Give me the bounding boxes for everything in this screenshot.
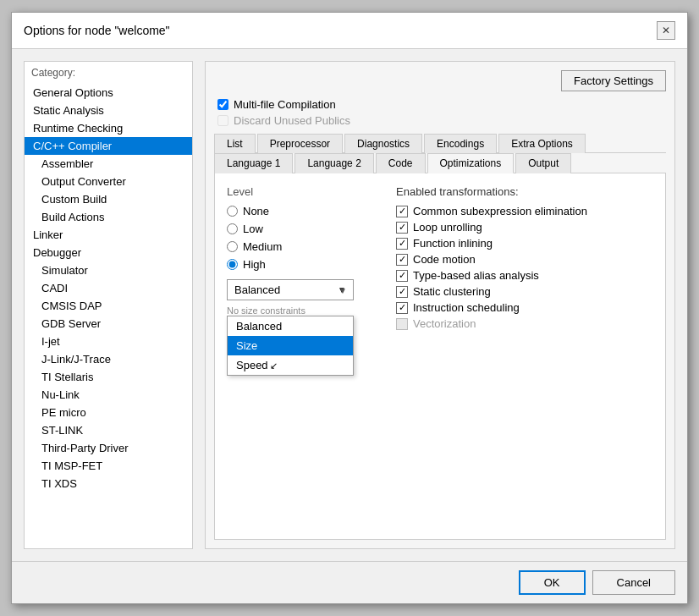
trans-type-based-alias: Type-based alias analysis [396,269,653,282]
cursor-icon: ↙ [270,360,278,371]
dropdown-selected[interactable]: Balanced ▼ [227,279,354,300]
discard-unused-checkbox [217,115,228,126]
level-dropdown-container: Balanced ▼ Balanced Size Speed↙ No size … [227,279,379,316]
sidebar-item-st-link[interactable]: ST-LINK [25,421,192,439]
dialog-footer: OK Cancel [12,561,687,603]
tab-optimizations[interactable]: Optimizations [427,153,515,173]
sidebar-item-build-actions[interactable]: Build Actions [25,208,192,226]
discard-unused-label: Discard Unused Publics [217,114,666,127]
trans-checkbox-inlining[interactable] [396,238,408,250]
title-bar: Options for node "welcome" ✕ [12,13,687,49]
dropdown-option-balanced[interactable]: Balanced [228,316,353,336]
tab-diagnostics[interactable]: Diagnostics [344,134,422,153]
tab-encodings[interactable]: Encodings [424,134,497,153]
level-section: Level None Low [227,185,379,527]
sidebar-item-gdb-server[interactable]: GDB Server [25,315,192,333]
tab-preprocessor[interactable]: Preprocessor [257,134,343,153]
sidebar-item-nu-link[interactable]: Nu-Link [25,386,192,404]
cancel-button[interactable]: Cancel [592,570,675,595]
dialog-body: Category: General Options Static Analysi… [12,49,687,561]
transformations-section: Enabled transformations: Common subexpre… [396,185,653,527]
ok-button[interactable]: OK [519,570,586,595]
level-low[interactable]: Low [227,223,379,235]
tabs-section: List Preprocessor Diagnostics Encodings … [214,134,666,540]
sidebar-item-static-analysis[interactable]: Static Analysis [25,102,192,119]
sidebar-item-runtime-checking[interactable]: Runtime Checking [25,119,192,137]
sidebar-item-debugger[interactable]: Debugger [25,244,192,261]
content-area: Factory Settings Multi-file Compilation … [205,61,675,549]
trans-checkbox-cse[interactable] [396,206,408,217]
tab-content-optimizations: Level None Low [214,173,666,540]
close-button[interactable]: ✕ [657,21,675,40]
tab-language2[interactable]: Language 2 [294,153,373,173]
tab-row-1: List Preprocessor Diagnostics Encodings … [214,134,666,153]
sidebar-item-general-options[interactable]: General Options [25,84,192,102]
category-sidebar: Category: General Options Static Analysi… [24,61,193,549]
tab-extra-options[interactable]: Extra Options [498,134,586,153]
trans-checkbox-scheduling[interactable] [396,302,408,314]
sidebar-item-cmsis-dap[interactable]: CMSIS DAP [25,297,192,315]
compilation-options: Multi-file Compilation Discard Unused Pu… [214,98,666,127]
trans-loop-unrolling: Loop unrolling [396,221,653,234]
sidebar-header: Category: [25,62,192,84]
trans-checkbox-clustering[interactable] [396,286,408,298]
trans-checkbox-code-motion[interactable] [396,254,408,266]
trans-checkbox-vectorization [396,318,408,330]
trans-static-clustering: Static clustering [396,285,653,298]
sidebar-item-output-converter[interactable]: Output Converter [25,173,192,190]
dropdown-open-list: Balanced Size Speed↙ [227,316,354,376]
radio-low[interactable] [227,223,238,234]
tab-code[interactable]: Code [376,153,426,173]
dialog-title: Options for node "welcome" [24,24,170,37]
trans-checkbox-loop[interactable] [396,222,408,234]
trans-checkbox-alias[interactable] [396,270,408,282]
trans-common-subexpression: Common subexpression elimination [396,205,653,217]
multifile-compilation-label[interactable]: Multi-file Compilation [217,98,666,111]
transformations-title: Enabled transformations: [396,185,653,198]
level-title: Level [227,185,379,198]
radio-medium[interactable] [227,241,238,252]
options-dialog: Options for node "welcome" ✕ Category: G… [11,12,688,604]
factory-settings-button[interactable]: Factory Settings [561,70,666,91]
level-high[interactable]: High [227,258,379,271]
tab-list[interactable]: List [214,134,256,153]
trans-instruction-scheduling: Instruction scheduling [396,301,653,314]
sidebar-item-linker[interactable]: Linker [25,226,192,244]
dropdown-option-speed[interactable]: Speed↙ [228,355,353,375]
sidebar-item-pe-micro[interactable]: PE micro [25,404,192,421]
level-none[interactable]: None [227,205,379,217]
dropdown-wrapper: Balanced ▼ [227,279,354,300]
radio-none[interactable] [227,206,238,217]
sidebar-item-third-party[interactable]: Third-Party Driver [25,439,192,457]
trans-function-inlining: Function inlining [396,237,653,250]
sidebar-item-custom-build[interactable]: Custom Build [25,190,192,208]
level-radio-group: None Low Medium [227,205,379,271]
sidebar-item-cadi[interactable]: CADI [25,279,192,297]
sidebar-item-ti-msp-fet[interactable]: TI MSP-FET [25,457,192,475]
trans-code-motion: Code motion [396,253,653,266]
factory-settings-row: Factory Settings [214,70,666,91]
dropdown-arrow-icon: ▼ [338,285,346,294]
level-medium[interactable]: Medium [227,240,379,253]
sidebar-item-ti-xds[interactable]: TI XDS [25,475,192,492]
sidebar-item-simulator[interactable]: Simulator [25,261,192,279]
sidebar-item-assembler[interactable]: Assembler [25,155,192,173]
multifile-compilation-checkbox[interactable] [217,99,228,110]
radio-high[interactable] [227,259,238,270]
transformations-list: Common subexpression elimination Loop un… [396,205,653,330]
sidebar-item-compiler[interactable]: C/C++ Compiler [25,137,192,155]
trans-vectorization: Vectorization [396,317,653,330]
sidebar-item-ti-stellaris[interactable]: TI Stellaris [25,368,192,386]
tab-row-2: Language 1 Language 2 Code Optimizations… [214,153,666,173]
tab-output[interactable]: Output [515,153,571,173]
tab-language1[interactable]: Language 1 [214,153,293,173]
sidebar-item-jlink[interactable]: J-Link/J-Trace [25,350,192,368]
dropdown-option-size[interactable]: Size [228,336,353,355]
hint-text: No size constraints [227,305,379,316]
sidebar-item-ijet[interactable]: I-jet [25,333,192,350]
